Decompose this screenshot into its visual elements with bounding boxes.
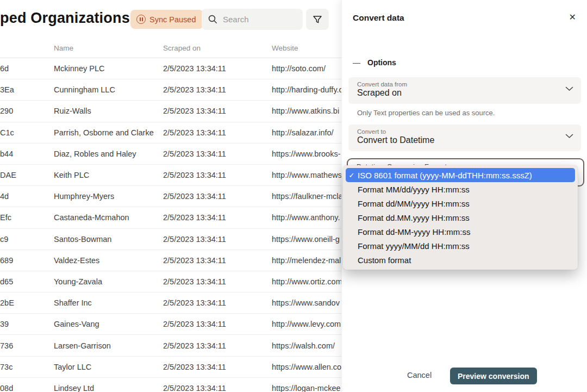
cell-name: Gaines-Vang xyxy=(54,320,99,328)
cell-scraped-on: 2/5/2023 13:34:11 xyxy=(163,277,226,286)
dropdown-option[interactable]: Custom format xyxy=(346,253,575,267)
cell-name: Parrish, Osborne and Clarke xyxy=(54,128,154,137)
cell-scraped-on: 2/5/2023 13:34:11 xyxy=(163,192,226,201)
cell-id: 689 xyxy=(0,256,13,265)
dropdown-option[interactable]: Format MM/dd/yyyy HH:mm:ss xyxy=(346,182,575,196)
cell-website: http://salazar.info/ xyxy=(272,128,334,137)
cell-name: Mckinney PLC xyxy=(54,64,104,73)
checkmark-icon: ✓ xyxy=(346,171,358,179)
dropdown-option-label: Format dd/MM/yyyy HH:mm:ss xyxy=(358,199,470,208)
convert-to-select[interactable]: Convert to Convert to Datetime xyxy=(348,125,581,151)
cell-id: c9 xyxy=(0,235,8,244)
cell-website: http://www.anthony. xyxy=(272,213,340,222)
dropdown-option[interactable]: Format yyyy/MM/dd HH:mm:ss xyxy=(346,239,575,253)
cell-name: Diaz, Robles and Haley xyxy=(54,150,136,158)
cell-scraped-on: 2/5/2023 13:34:11 xyxy=(163,341,226,350)
search-input[interactable] xyxy=(223,15,288,24)
source-helper-text: Only Text properties can be used as sour… xyxy=(357,109,495,117)
cell-website: https://walsh.com/ xyxy=(272,341,335,350)
cell-id: 3Ea xyxy=(0,85,14,94)
cancel-button[interactable]: Cancel xyxy=(407,371,432,379)
cell-website: https://www.brooks- xyxy=(272,150,341,158)
chevron-down-icon xyxy=(565,134,573,139)
cell-website: http://melendez-mal xyxy=(272,256,341,265)
convert-from-select[interactable]: Convert data from Scraped on xyxy=(348,77,581,104)
cell-scraped-on: 2/5/2023 13:34:11 xyxy=(163,150,226,158)
column-header-name[interactable]: Name xyxy=(54,44,73,52)
cell-website: http://harding-duffy.c xyxy=(272,85,343,94)
options-section-label: Options xyxy=(367,58,396,67)
column-header-scraped-on[interactable]: Scraped on xyxy=(163,44,201,52)
dropdown-option[interactable]: ✓ISO 8601 format (yyyy-MM-ddTHH:mm:ss.ss… xyxy=(346,168,575,182)
column-header-website[interactable]: Website xyxy=(272,44,298,52)
convert-from-label: Convert data from xyxy=(357,81,572,88)
cell-id: 290 xyxy=(0,107,13,115)
sync-paused-badge[interactable]: Sync Paused xyxy=(130,10,203,29)
cell-name: Humphrey-Myers xyxy=(54,192,114,201)
close-icon[interactable]: ✕ xyxy=(569,12,576,22)
cell-scraped-on: 2/5/2023 13:34:11 xyxy=(163,320,226,328)
dropdown-option-label: Format dd.MM.yyyy HH:mm:ss xyxy=(358,213,470,222)
cell-name: Larsen-Garrison xyxy=(54,341,111,350)
cell-name: Valdez-Estes xyxy=(54,256,99,265)
sync-badge-label: Sync Paused xyxy=(149,15,196,24)
dropdown-option[interactable]: Format dd-MM-yyyy HH:mm:ss xyxy=(346,225,575,239)
options-section-header[interactable]: — Options xyxy=(353,58,396,67)
convert-to-value: Convert to Datetime xyxy=(357,135,572,145)
dropdown-option-label: Format dd-MM-yyyy HH:mm:ss xyxy=(358,227,471,237)
cell-id: Efc xyxy=(0,213,11,222)
cell-id: 2bE xyxy=(0,298,14,307)
preview-conversion-button[interactable]: Preview conversion xyxy=(450,368,537,384)
cell-id: DAE xyxy=(0,171,16,179)
convert-from-value: Scraped on xyxy=(357,88,572,98)
cell-website: https://www.sandov xyxy=(272,298,340,307)
cell-scraped-on: 2/5/2023 13:34:11 xyxy=(163,363,226,371)
convert-to-label: Convert to xyxy=(357,128,572,135)
cell-scraped-on: 2/5/2023 13:34:11 xyxy=(163,235,226,244)
convert-data-panel: Convert data ✕ — Options Convert data fr… xyxy=(341,0,587,392)
cell-scraped-on: 2/5/2023 13:34:11 xyxy=(163,384,226,392)
dropdown-option-label: ISO 8601 format (yyyy-MM-ddTHH:mm:ss.sss… xyxy=(358,171,532,180)
cell-name: Lindsey Ltd xyxy=(54,384,94,392)
dropdown-option-label: Format MM/dd/yyyy HH:mm:ss xyxy=(358,185,470,194)
cell-name: Keith PLC xyxy=(54,171,89,179)
search-box[interactable] xyxy=(202,9,303,30)
cell-website: https://www.allen.co xyxy=(272,363,341,371)
cell-id: 08d xyxy=(0,384,13,392)
dropdown-option[interactable]: Format dd.MM.yyyy HH:mm:ss xyxy=(346,210,575,225)
filter-button[interactable] xyxy=(306,9,329,30)
panel-title: Convert data xyxy=(353,13,404,23)
cell-scraped-on: 2/5/2023 13:34:11 xyxy=(163,107,226,115)
cell-scraped-on: 2/5/2023 13:34:11 xyxy=(163,213,226,222)
cell-scraped-on: 2/5/2023 13:34:11 xyxy=(163,128,226,137)
app-window: ped Organizations Sync Paused Name Scrap… xyxy=(0,0,587,392)
cell-website: http://www.levy.com xyxy=(272,320,341,328)
cell-scraped-on: 2/5/2023 13:34:11 xyxy=(163,298,226,307)
cell-name: Santos-Bowman xyxy=(54,235,111,244)
panel-footer: Cancel Preview conversion xyxy=(342,368,587,385)
cell-scraped-on: 2/5/2023 13:34:11 xyxy=(163,85,226,94)
dropdown-option-label: Custom format xyxy=(358,256,411,265)
cell-website: http://soto.com/ xyxy=(272,64,326,73)
cell-id: 39 xyxy=(0,320,9,328)
search-icon xyxy=(208,15,217,24)
format-dropdown-menu: ✓ISO 8601 format (yyyy-MM-ddTHH:mm:ss.ss… xyxy=(343,165,578,270)
page-title: ped Organizations xyxy=(0,10,130,27)
cell-id: C1c xyxy=(0,128,14,137)
cell-website: https://faulkner-mcla xyxy=(272,192,343,201)
cell-id: 4d xyxy=(0,192,9,201)
cell-name: Ruiz-Walls xyxy=(54,107,91,115)
cell-id: 6d xyxy=(0,64,9,73)
dropdown-option[interactable]: Format dd/MM/yyyy HH:mm:ss xyxy=(346,196,575,210)
chevron-down-icon xyxy=(565,86,573,91)
cell-name: Young-Zavala xyxy=(54,277,102,286)
cell-id: 736 xyxy=(0,341,13,350)
cell-id: b44 xyxy=(0,150,13,158)
collapse-minus-icon[interactable]: — xyxy=(353,58,360,67)
cell-website: https://www.oneill-g xyxy=(272,235,340,244)
cell-website: http://www.mathews xyxy=(272,171,342,179)
cell-name: Shaffer Inc xyxy=(54,298,92,307)
cell-name: Taylor LLC xyxy=(54,363,91,371)
cell-id: d65 xyxy=(0,277,13,286)
cell-id: 73c xyxy=(0,363,13,371)
